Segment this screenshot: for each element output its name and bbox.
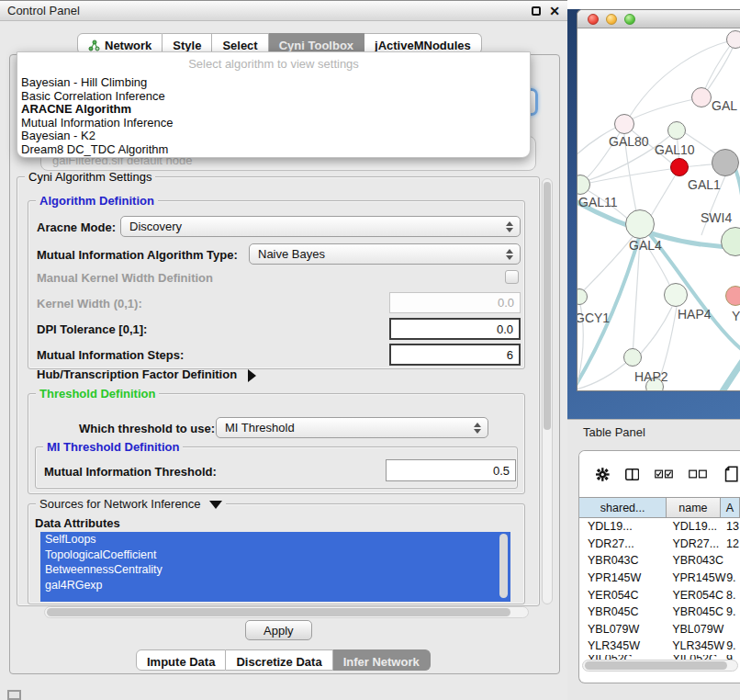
- column-header-shared[interactable]: shared...: [579, 497, 667, 518]
- expand-right-icon: [248, 369, 256, 382]
- combo-stepper-icon: [506, 249, 513, 260]
- threshold-definition-title: Threshold Definition: [36, 387, 159, 401]
- network-node-gal1[interactable]: [670, 158, 689, 176]
- network-node-hap4[interactable]: [664, 283, 688, 307]
- node-label: HAP2: [634, 369, 668, 384]
- document-icon[interactable]: [724, 463, 740, 485]
- attributes-h-scrollbar-thumb[interactable]: [47, 608, 510, 616]
- table-toolbar: [579, 451, 740, 497]
- data-attributes-label: Data Attributes: [35, 516, 120, 530]
- select-all-icon[interactable]: [655, 469, 673, 480]
- mi-steps-field[interactable]: [389, 344, 521, 366]
- table-row[interactable]: YBR043CYBR043C: [579, 552, 740, 570]
- network-node-salmon[interactable]: [725, 286, 740, 306]
- apply-button[interactable]: Apply: [245, 620, 312, 640]
- close-traffic-light-icon[interactable]: [588, 14, 599, 25]
- table-row[interactable]: YLR345WYLR345W9.: [579, 638, 740, 655]
- mi-type-label: Mutual Information Algorithm Type:: [37, 248, 238, 262]
- hub-definition-toggle[interactable]: Hub/Transcription Factor Definition: [37, 367, 256, 382]
- mi-threshold-group-title: MI Threshold Definition: [43, 440, 183, 454]
- algorithm-dropdown-placeholder: Select algorithm to view settings: [17, 52, 530, 76]
- which-threshold-combo[interactable]: MI Threshold: [216, 417, 488, 438]
- node-label: HAP4: [678, 307, 712, 322]
- mi-threshold-field[interactable]: [386, 459, 516, 481]
- attribute-item[interactable]: gal4RGexp: [40, 578, 510, 593]
- algorithm-option[interactable]: Basic Correlation Inference: [17, 90, 530, 104]
- table-h-scrollbar[interactable]: [582, 660, 738, 672]
- algorithm-option[interactable]: Bayesian - K2: [17, 130, 530, 143]
- network-node-gal80[interactable]: [614, 114, 634, 134]
- network-node[interactable]: [726, 30, 740, 49]
- node-label: GAL4: [629, 238, 662, 253]
- algorithm-definition-title: Algorithm Definition: [36, 194, 158, 208]
- network-node-gal10[interactable]: [667, 121, 686, 140]
- tab-discretize-data[interactable]: Discretize Data: [226, 649, 332, 671]
- algorithm-option-selected[interactable]: ARACNE Algorithm: [17, 103, 530, 117]
- column-header-name[interactable]: name: [667, 497, 720, 518]
- network-view-window: GAL GAL80 GAL10 GAL1 GAL11 SWI4 GAL4 GCY…: [577, 9, 740, 391]
- which-threshold-value: MI Threshold: [225, 421, 295, 435]
- settings-scrollbar[interactable]: [542, 178, 553, 604]
- mi-type-value: Naive Bayes: [258, 247, 325, 261]
- network-node-gray[interactable]: [712, 149, 739, 176]
- node-label: GAL10: [655, 142, 695, 157]
- settings-scrollbar-thumb[interactable]: [544, 182, 551, 430]
- table-panel-title: Table Panel: [583, 425, 645, 439]
- kernel-width-field[interactable]: [389, 292, 521, 313]
- zoom-traffic-light-icon[interactable]: [624, 14, 635, 25]
- table-h-scrollbar-thumb[interactable]: [585, 661, 727, 670]
- aracne-mode-label: Aracne Mode:: [37, 220, 116, 234]
- table-row[interactable]: YDL19...YDL19...13: [579, 518, 740, 536]
- network-node-hap2[interactable]: [623, 348, 642, 367]
- mi-threshold-label: Mutual Information Threshold:: [44, 465, 217, 479]
- attribute-item[interactable]: BetweennessCentrality: [40, 562, 510, 578]
- aracne-mode-value: Discovery: [129, 220, 182, 233]
- app-root: Control Panel ✕ Network Style Select Cyn…: [0, 0, 740, 700]
- mi-type-combo[interactable]: Naive Bayes: [249, 243, 521, 265]
- tab-impute-data[interactable]: Impute Data: [136, 649, 226, 671]
- algorithm-option[interactable]: Bayesian - Hill Climbing: [17, 76, 530, 90]
- dock-icon[interactable]: [7, 690, 21, 700]
- node-label: GAL: [712, 98, 737, 113]
- combo-stepper-icon: [474, 423, 481, 434]
- attributes-scrollbar-thumb[interactable]: [499, 534, 508, 598]
- gear-icon[interactable]: [596, 466, 610, 483]
- data-attributes-list[interactable]: SelfLoops TopologicalCoefficient Between…: [40, 532, 510, 602]
- attribute-item[interactable]: SelfLoops: [40, 532, 510, 548]
- float-window-icon[interactable]: [532, 6, 541, 16]
- attributes-h-scrollbar[interactable]: [44, 606, 529, 618]
- sources-group-title[interactable]: Sources for Network Inference: [36, 497, 226, 511]
- table-row[interactable]: YER054CYER054C8.: [579, 586, 740, 604]
- attribute-item[interactable]: TopologicalCoefficient: [40, 548, 510, 563]
- algorithm-option[interactable]: Dream8 DC_TDC Algorithm: [17, 143, 530, 157]
- table-body: YDL19...YDL19...13 YDR27...YDR27...12 YB…: [579, 518, 740, 662]
- network-node-gal[interactable]: [691, 87, 712, 107]
- close-icon[interactable]: ✕: [549, 6, 560, 16]
- node-label: GCY1: [577, 310, 610, 325]
- table-row[interactable]: YPR145WYPR145W9.: [579, 570, 740, 587]
- node-label: GAL1: [688, 177, 721, 192]
- tab-infer-network[interactable]: Infer Network: [333, 649, 431, 671]
- network-canvas[interactable]: GAL GAL80 GAL10 GAL1 GAL11 SWI4 GAL4 GCY…: [577, 28, 740, 391]
- split-panel-icon[interactable]: [625, 467, 639, 482]
- algorithm-option[interactable]: Mutual Information Inference: [17, 117, 530, 130]
- minimize-traffic-light-icon[interactable]: [606, 14, 617, 25]
- deselect-all-icon[interactable]: [689, 469, 707, 480]
- control-panel-titlebar[interactable]: Control Panel ✕: [0, 0, 567, 21]
- aracne-mode-combo[interactable]: Discovery: [120, 216, 521, 237]
- node-label: GAL11: [578, 195, 618, 209]
- manual-kernel-checkbox[interactable]: [505, 270, 519, 284]
- node-label: SWI4: [701, 210, 732, 225]
- control-panel-title: Control Panel: [7, 4, 80, 17]
- network-node-gal4[interactable]: [625, 209, 655, 239]
- table-row[interactable]: YBL079WYBL079W: [579, 621, 740, 638]
- table-row[interactable]: YBR045CYBR045C9.: [579, 604, 740, 621]
- dpi-tolerance-field[interactable]: [389, 318, 521, 340]
- network-window-titlebar[interactable]: [577, 10, 740, 28]
- kernel-width-label: Kernel Width (0,1):: [37, 297, 142, 310]
- table-row[interactable]: YDR27...YDR27...12: [579, 536, 740, 553]
- bottom-tab-bar: Impute Data Discretize Data Infer Networ…: [136, 649, 431, 671]
- table-panel-window: shared... name A YDL19...YDL19...13 YDR2…: [578, 450, 740, 683]
- column-header-partial[interactable]: A: [721, 497, 740, 518]
- node-label: Y: [732, 309, 740, 323]
